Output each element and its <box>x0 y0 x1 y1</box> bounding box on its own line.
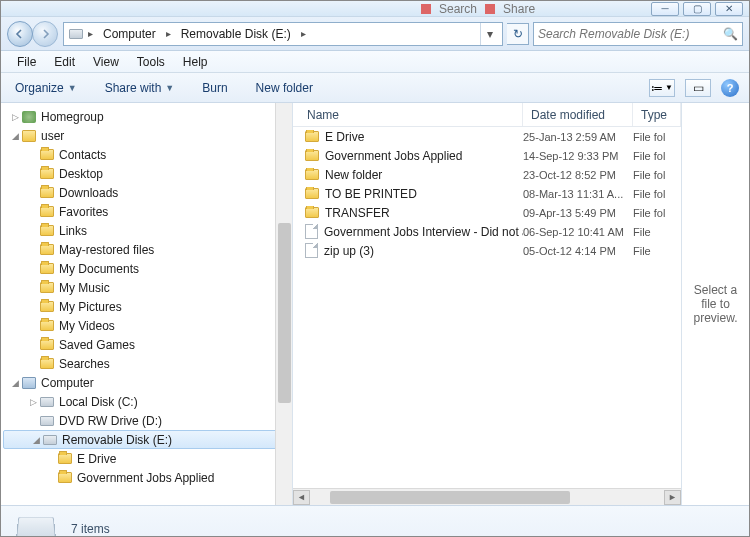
tree-item[interactable]: Favorites <box>1 202 292 221</box>
folder-icon <box>39 185 55 201</box>
file-type: File fol <box>633 188 681 200</box>
column-headers: Name Date modified Type <box>293 103 681 127</box>
file-type: File fol <box>633 150 681 162</box>
file-row[interactable]: TO BE PRINTED08-Mar-13 11:31 A...File fo… <box>293 184 681 203</box>
tree-item[interactable]: Links <box>1 221 292 240</box>
breadcrumb-segment[interactable]: Removable Disk (E:) <box>175 23 297 45</box>
tree-expander-icon[interactable]: ▷ <box>27 397 39 407</box>
refresh-button[interactable]: ↻ <box>507 23 529 45</box>
tree-scrollbar[interactable] <box>275 103 292 505</box>
drive-icon <box>68 26 84 42</box>
tree-expander-icon[interactable]: ◢ <box>9 378 21 388</box>
taskbar-app-icon <box>421 4 431 14</box>
tree-item-label: May-restored files <box>59 243 154 257</box>
change-view-button[interactable]: ≔ ▼ <box>649 79 675 97</box>
tree-item-label: user <box>41 129 64 143</box>
nav-history-buttons <box>7 21 59 47</box>
tree-item-label: Computer <box>41 376 94 390</box>
tree-item[interactable]: Downloads <box>1 183 292 202</box>
file-list-pane: Name Date modified Type E Drive25-Jan-13… <box>293 103 681 505</box>
file-type: File fol <box>633 169 681 181</box>
search-box[interactable]: 🔍 <box>533 22 743 46</box>
tree-item[interactable]: ◢Computer <box>1 373 292 392</box>
maximize-button[interactable]: ▢ <box>683 2 711 16</box>
menu-tools[interactable]: Tools <box>129 53 173 71</box>
tree-item[interactable]: ◢user <box>1 126 292 145</box>
breadcrumb-segment[interactable]: Computer <box>97 23 162 45</box>
help-button[interactable]: ? <box>721 79 739 97</box>
file-row[interactable]: TRANSFER09-Apr-13 5:49 PMFile fol <box>293 203 681 222</box>
tree-item[interactable]: Saved Games <box>1 335 292 354</box>
folder-icon <box>305 207 319 218</box>
folder-icon <box>39 147 55 163</box>
menu-file[interactable]: File <box>9 53 44 71</box>
tree-item[interactable]: E Drive <box>1 449 292 468</box>
tree-item[interactable]: Government Jobs Applied <box>1 468 292 487</box>
chevron-right-icon[interactable]: ▸ <box>164 28 173 39</box>
file-name: Government Jobs Interview - Did not atte… <box>324 225 523 239</box>
new-folder-button[interactable]: New folder <box>252 77 317 99</box>
column-header-date[interactable]: Date modified <box>523 103 633 126</box>
file-type: File fol <box>633 207 681 219</box>
tree-item[interactable]: ▷Homegroup <box>1 107 292 126</box>
tree-item[interactable]: My Music <box>1 278 292 297</box>
tree-item[interactable]: May-restored files <box>1 240 292 259</box>
organize-button[interactable]: Organize▼ <box>11 77 81 99</box>
column-header-name[interactable]: Name <box>293 103 523 126</box>
breadcrumb-dropdown[interactable]: ▾ <box>480 23 498 45</box>
tree-item[interactable]: Searches <box>1 354 292 373</box>
tree-expander-icon[interactable]: ◢ <box>9 131 21 141</box>
caret-down-icon: ▼ <box>165 83 174 93</box>
tree-item-label: Searches <box>59 357 110 371</box>
preview-pane-button[interactable]: ▭ <box>685 79 711 97</box>
preview-pane: Select a file to preview. <box>681 103 749 505</box>
menu-help[interactable]: Help <box>175 53 216 71</box>
share-with-button[interactable]: Share with▼ <box>101 77 179 99</box>
tree-expander-icon[interactable]: ▷ <box>9 112 21 122</box>
horizontal-scrollbar[interactable]: ◄ ► <box>293 488 681 505</box>
caret-down-icon: ▼ <box>68 83 77 93</box>
scroll-left-button[interactable]: ◄ <box>293 490 310 505</box>
tree-item[interactable]: ▷Local Disk (C:) <box>1 392 292 411</box>
menu-view[interactable]: View <box>85 53 127 71</box>
window-titlebar: Search Share ─ ▢ ✕ <box>1 1 749 17</box>
file-name: TRANSFER <box>325 206 390 220</box>
file-row[interactable]: New folder23-Oct-12 8:52 PMFile fol <box>293 165 681 184</box>
chevron-right-icon[interactable]: ▸ <box>299 28 308 39</box>
search-icon[interactable]: 🔍 <box>723 27 738 41</box>
back-button[interactable] <box>7 21 33 47</box>
minimize-button[interactable]: ─ <box>651 2 679 16</box>
tree-item[interactable]: DVD RW Drive (D:) <box>1 411 292 430</box>
close-button[interactable]: ✕ <box>715 2 743 16</box>
folder-icon <box>39 318 55 334</box>
folder-icon <box>305 150 319 161</box>
file-row[interactable]: Government Jobs Interview - Did not atte… <box>293 222 681 241</box>
folder-icon <box>39 356 55 372</box>
file-list[interactable]: E Drive25-Jan-13 2:59 AMFile folGovernme… <box>293 127 681 488</box>
file-date: 14-Sep-12 9:33 PM <box>523 150 633 162</box>
tree-item[interactable]: My Pictures <box>1 297 292 316</box>
folder-icon <box>39 337 55 353</box>
burn-button[interactable]: Burn <box>198 77 231 99</box>
breadcrumb[interactable]: ▸ Computer ▸ Removable Disk (E:) ▸ ▾ <box>63 22 503 46</box>
scrollbar-thumb[interactable] <box>278 223 291 403</box>
tree-item[interactable]: Desktop <box>1 164 292 183</box>
file-row[interactable]: Government Jobs Applied14-Sep-12 9:33 PM… <box>293 146 681 165</box>
column-header-type[interactable]: Type <box>633 103 681 126</box>
scroll-right-button[interactable]: ► <box>664 490 681 505</box>
tree-item-label: Contacts <box>59 148 106 162</box>
tree-item[interactable]: My Documents <box>1 259 292 278</box>
menu-edit[interactable]: Edit <box>46 53 83 71</box>
drive-icon <box>16 516 57 537</box>
tree-item[interactable]: Contacts <box>1 145 292 164</box>
scrollbar-thumb[interactable] <box>330 491 570 504</box>
file-row[interactable]: E Drive25-Jan-13 2:59 AMFile fol <box>293 127 681 146</box>
computer-icon <box>21 375 37 391</box>
tree-item[interactable]: My Videos <box>1 316 292 335</box>
tree-item[interactable]: ◢Removable Disk (E:) <box>3 430 290 449</box>
tree-expander-icon[interactable]: ◢ <box>30 435 42 445</box>
search-input[interactable] <box>538 27 723 41</box>
forward-button[interactable] <box>32 21 58 47</box>
file-row[interactable]: zip up (3)05-Oct-12 4:14 PMFile <box>293 241 681 260</box>
chevron-right-icon[interactable]: ▸ <box>86 28 95 39</box>
